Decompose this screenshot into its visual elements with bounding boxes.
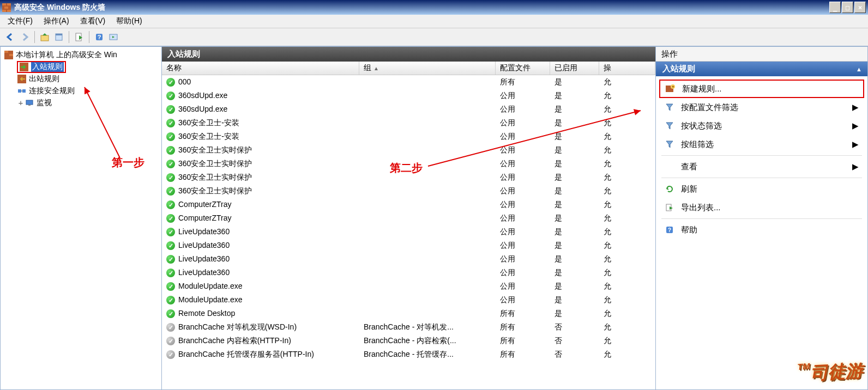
rules-title: 入站规则 <box>162 47 655 62</box>
tree-panel: 本地计算机 上的高级安全 Win 入站规则 出站规则 连接安全规则 + 监视 <box>0 46 162 390</box>
action-new-rule[interactable]: ✦ 新建规则... <box>659 80 864 98</box>
rule-row[interactable]: ✓BranchCache 内容检索(HTTP-In)BranchCache - … <box>162 334 655 348</box>
rule-name: ✓LiveUpdate360 <box>162 254 359 264</box>
tree-monitor[interactable]: + 监视 <box>1 97 161 109</box>
menu-action[interactable]: 操作(A) <box>38 15 75 28</box>
tree-connection-security[interactable]: 连接安全规则 <box>1 85 161 97</box>
action-filter-profile[interactable]: 按配置文件筛选 ▶ <box>659 98 864 117</box>
rule-row[interactable]: ✓360sdUpd.exe公用是允 <box>162 89 655 102</box>
export-button[interactable] <box>72 30 86 44</box>
rule-row[interactable]: ✓LiveUpdate360公用是允 <box>162 225 655 239</box>
filter-icon <box>664 121 676 131</box>
status-icon: ✓ <box>166 214 175 223</box>
col-profile[interactable]: 配置文件 <box>496 62 550 75</box>
svg-rect-1 <box>2 3 6 5</box>
rule-row[interactable]: ✓000所有是允 <box>162 75 655 89</box>
rule-action: 允 <box>599 145 655 155</box>
rule-row[interactable]: ✓360sdUpd.exe公用是允 <box>162 102 655 116</box>
col-action[interactable]: 操 <box>599 62 655 75</box>
action-help[interactable]: ? 帮助 <box>659 221 864 239</box>
expand-icon[interactable]: + <box>17 99 25 107</box>
maximize-button[interactable]: □ <box>842 2 853 13</box>
rule-row[interactable]: ✓BranchCache 托管缓存服务器(HTTP-In)BranchCache… <box>162 348 655 361</box>
tree-outbound-rules[interactable]: 出站规则 <box>1 73 161 85</box>
divider <box>661 218 862 219</box>
action-refresh[interactable]: 刷新 <box>659 180 864 198</box>
rule-row[interactable]: ✓ComputerZTray公用是允 <box>162 211 655 225</box>
rule-action: 允 <box>599 350 655 359</box>
rule-row[interactable]: ✓360安全卫士实时保护公用是允 <box>162 184 655 198</box>
rule-action: 允 <box>599 132 655 142</box>
rule-row[interactable]: ✓360安全卫士实时保护公用是允 <box>162 143 655 157</box>
rule-enabled: 否 <box>550 350 599 359</box>
rule-profile: 公用 <box>496 200 550 210</box>
rule-row[interactable]: ✓ComputerZTray公用是允 <box>162 198 655 211</box>
up-level-button[interactable] <box>38 30 52 44</box>
status-icon: ✓ <box>166 323 175 332</box>
rule-row[interactable]: ✓BranchCache 对等机发现(WSD-In)BranchCache - … <box>162 320 655 334</box>
minimize-button[interactable]: _ <box>829 2 841 13</box>
properties-button[interactable] <box>52 30 66 44</box>
rule-action: 允 <box>599 77 655 87</box>
status-icon: ✓ <box>166 296 175 304</box>
menu-help[interactable]: 帮助(H) <box>111 15 147 28</box>
svg-text:✦: ✦ <box>671 84 675 89</box>
rule-enabled: 是 <box>550 227 599 237</box>
action-filter-state[interactable]: 按状态筛选 ▶ <box>659 117 864 135</box>
rule-name: ✓360安全卫士实时保护 <box>162 159 359 169</box>
status-icon: ✓ <box>166 78 175 87</box>
rule-profile: 公用 <box>496 132 550 142</box>
rule-row[interactable]: ✓360安全卫士-安装公用是允 <box>162 130 655 143</box>
rule-name: ✓000 <box>162 77 359 87</box>
col-name[interactable]: 名称 <box>162 62 359 75</box>
tree-inbound-rules[interactable]: 入站规则 <box>1 61 161 73</box>
svg-rect-3 <box>4 7 8 9</box>
rules-rows: ✓000所有是允✓360sdUpd.exe公用是允✓360sdUpd.exe公用… <box>162 75 655 389</box>
inbound-icon <box>19 63 29 71</box>
status-icon: ✓ <box>166 173 175 182</box>
rule-profile: 公用 <box>496 173 550 182</box>
show-hide-button[interactable] <box>106 30 120 44</box>
col-enabled[interactable]: 已启用 <box>550 62 599 75</box>
col-group[interactable]: 组 ▲ <box>359 62 496 75</box>
rule-enabled: 是 <box>550 159 599 169</box>
rule-row[interactable]: ✓ModuleUpdate.exe公用是允 <box>162 279 655 293</box>
rule-profile: 公用 <box>496 254 550 264</box>
rule-row[interactable]: ✓LiveUpdate360公用是允 <box>162 252 655 266</box>
rule-name: ✓ComputerZTray <box>162 200 359 210</box>
action-export[interactable]: 导出列表... <box>659 198 864 217</box>
menu-file[interactable]: 文件(F) <box>2 15 38 28</box>
rule-action: 允 <box>599 309 655 319</box>
rule-enabled: 是 <box>550 214 599 223</box>
rule-profile: 所有 <box>496 350 550 359</box>
action-view[interactable]: 查看 ▶ <box>659 157 864 176</box>
tree-root[interactable]: 本地计算机 上的高级安全 Win <box>1 49 161 61</box>
rule-row[interactable]: ✓LiveUpdate360公用是允 <box>162 266 655 279</box>
close-button[interactable]: × <box>854 2 866 13</box>
status-icon: ✓ <box>166 132 175 141</box>
actions-band[interactable]: 入站规则 ▲ <box>656 62 867 76</box>
svg-rect-22 <box>28 105 31 106</box>
status-icon: ✓ <box>166 119 175 127</box>
rule-row[interactable]: ✓360安全卫士实时保护公用是允 <box>162 170 655 184</box>
blank-icon <box>664 162 676 172</box>
window-buttons: _ □ × <box>829 2 866 13</box>
rule-row[interactable]: ✓Remote Desktop所有是允 <box>162 307 655 320</box>
nav-back-button[interactable] <box>3 30 17 44</box>
rules-list-panel: 入站规则 名称 组 ▲ 配置文件 已启用 操 ✓000所有是允✓360sdUpd… <box>162 46 656 390</box>
rule-profile: 公用 <box>496 118 550 128</box>
nav-forward-button[interactable] <box>17 30 32 44</box>
monitor-icon <box>25 99 34 107</box>
rule-profile: 公用 <box>496 241 550 251</box>
rule-profile: 所有 <box>496 336 550 346</box>
rule-action: 允 <box>599 159 655 169</box>
rule-row[interactable]: ✓360安全卫士-安装公用是允 <box>162 116 655 130</box>
help-button[interactable]: ? <box>92 30 106 44</box>
rule-row[interactable]: ✓ModuleUpdate.exe公用是允 <box>162 293 655 307</box>
menu-view[interactable]: 查看(V) <box>75 15 111 28</box>
rule-row[interactable]: ✓360安全卫士实时保护公用是允 <box>162 157 655 170</box>
export-icon <box>664 203 676 212</box>
action-filter-group[interactable]: 按组筛选 ▶ <box>659 135 864 154</box>
rule-row[interactable]: ✓LiveUpdate360公用是允 <box>162 239 655 252</box>
rule-profile: 公用 <box>496 227 550 237</box>
